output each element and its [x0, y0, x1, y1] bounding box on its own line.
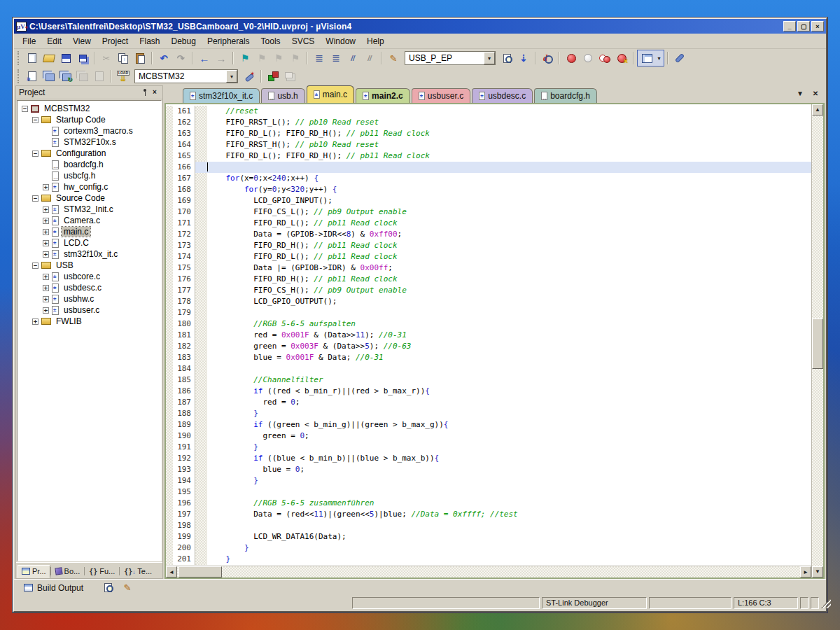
menu-view[interactable]: View [67, 34, 97, 48]
tree-item-usbcore-c[interactable]: +usbcore.c [19, 271, 161, 282]
minimize-button[interactable]: _ [783, 21, 796, 31]
code-line-body[interactable]: LCD_GPIO_OUTPUT(); [207, 296, 811, 307]
expand-icon[interactable]: + [43, 206, 49, 213]
paste-button[interactable] [132, 50, 148, 66]
menu-project[interactable]: Project [97, 34, 134, 48]
tree-item-usbuser-c[interactable]: +usbuser.c [19, 304, 161, 316]
code-line-body[interactable]: FIFO_CS_H(); // pb9 Output enable [207, 285, 811, 296]
code-line-body[interactable]: //RGB 5-6-5 aufspalten [207, 318, 811, 330]
code-line-body[interactable]: Data |= (GPIOB->IDR) & 0x00ff; [207, 262, 811, 274]
scroll-up-icon[interactable]: ▲ [812, 104, 823, 115]
menu-file[interactable]: File [17, 34, 41, 48]
editor-tab-main-c[interactable]: main.c [307, 85, 354, 103]
expand-icon[interactable]: + [32, 318, 38, 325]
close-panel-button[interactable]: × [150, 88, 160, 97]
find-combo-dropdown-icon[interactable]: ▾ [484, 52, 495, 64]
vertical-scroll-track[interactable] [812, 115, 823, 566]
expand-icon[interactable]: + [43, 307, 49, 314]
tree-item-stm32f10x-it-c[interactable]: +stm32f10x_it.c [19, 248, 161, 260]
code-line-body[interactable]: for(y=0;y<320;y++) { [207, 184, 811, 195]
tree-item-usb[interactable]: −USB [19, 260, 161, 271]
code-line-body[interactable]: FIFO_RRST_L(); // pb10 Read reset [207, 117, 811, 128]
undo-button[interactable] [155, 50, 172, 66]
code-line-body[interactable]: FIFO_RD_L(); FIFO_RD_H(); // pb11 Read c… [207, 150, 811, 162]
find-combo[interactable]: USB_P_EP▾ [405, 51, 496, 65]
editor-tab-stm32f10x-it-c[interactable]: stm32f10x_it.c [183, 88, 260, 103]
indent-left-button[interactable] [311, 50, 328, 66]
pin-icon[interactable] [140, 88, 150, 97]
menu-peripherals[interactable]: Peripherals [202, 34, 255, 48]
code-line-body[interactable]: blue = 0x001F & Data; //0-31 [207, 352, 811, 363]
vertical-scrollbar[interactable]: ▲ ▼ [811, 104, 823, 578]
code-line-body[interactable]: FIFO_RD_L(); FIFO_RD_H(); // pb11 Read c… [207, 128, 811, 139]
code-line-body[interactable]: for(x=0;x<240;x++) { [207, 173, 811, 184]
vertical-scroll-thumb[interactable] [812, 318, 823, 369]
maximize-button[interactable]: ▢ [797, 21, 810, 31]
menu-help[interactable]: Help [361, 34, 390, 48]
navigate-back-button[interactable] [196, 50, 213, 66]
insert-remove-breakpoint-button[interactable] [563, 50, 580, 66]
code-line-body[interactable]: LCD_WR_DATA16(Data); [207, 531, 811, 542]
toolbar-grip[interactable] [18, 51, 22, 65]
horizontal-scroll-track[interactable] [177, 566, 800, 578]
tree-item-main-c[interactable]: +main.c [19, 226, 161, 237]
collapse-icon[interactable]: − [32, 195, 38, 202]
editor-tab-usb-h[interactable]: usb.h [261, 88, 304, 103]
editor-tab-boardcfg-h[interactable]: boardcfg.h [534, 88, 597, 103]
scroll-down-icon[interactable]: ▼ [812, 566, 823, 578]
incremental-find-button[interactable] [515, 50, 532, 66]
code-line-body[interactable]: FIFO_RRST_H(); // pb10 Read reset [207, 139, 811, 150]
code-line-body[interactable]: if ((red < b_min_r)||(red > b_max_r)){ [207, 386, 811, 397]
code-line-body[interactable]: Data = (red<<11)|(green<<5)|blue; //Data… [207, 509, 811, 520]
menu-flash[interactable]: Flash [134, 34, 165, 48]
start-stop-debug-session-button[interactable] [539, 50, 556, 66]
tree-item-lcd-c[interactable]: +LCD.C [19, 237, 161, 248]
menu-tools[interactable]: Tools [255, 34, 286, 48]
collapse-icon[interactable]: − [22, 106, 28, 112]
window-layout-button[interactable] [638, 50, 655, 66]
panel-tab-fu[interactable]: Fu... [85, 565, 119, 578]
tree-item-startup-code[interactable]: −Startup Code [19, 114, 161, 125]
copy-button[interactable] [115, 50, 132, 66]
tree-item-source-code[interactable]: −Source Code [19, 192, 161, 204]
rebuild-all-target-files-button[interactable] [57, 69, 74, 84]
enable-disable-breakpoint-button[interactable] [580, 50, 596, 66]
tree-item-configuration[interactable]: −Configuration [19, 148, 161, 159]
scroll-left-icon[interactable]: ◄ [166, 566, 177, 578]
select-target-combo[interactable]: MCBSTM32▾ [134, 69, 238, 83]
window-layout-caret-icon[interactable]: ▾ [655, 50, 663, 66]
tree-item-camera-c[interactable]: +Camera.c [19, 215, 161, 226]
code-line-body[interactable]: //reset [207, 106, 811, 117]
code-line-body[interactable]: } [207, 442, 811, 453]
build-target-button[interactable] [41, 69, 57, 84]
code-line-body[interactable]: FIFO_RD_H(); // pb11 Read clock [207, 240, 811, 251]
code-line-body[interactable] [207, 307, 811, 318]
code-line-body[interactable]: FIFO_RD_H(); // pb11 Read clock [207, 274, 811, 285]
project-tree[interactable]: −MCBSTM32−Startup Codecortexm3_macro.sST… [17, 100, 162, 561]
code-line-body[interactable]: //Channelfilter [207, 374, 811, 386]
configure-tools-button[interactable] [671, 50, 688, 66]
tab-list-dropdown-icon[interactable]: ▼ [795, 89, 805, 99]
save-button[interactable] [57, 50, 74, 66]
scroll-right-icon[interactable]: ► [800, 566, 811, 578]
expand-icon[interactable]: + [43, 274, 49, 280]
expand-icon[interactable]: + [43, 218, 49, 224]
code-line-body[interactable]: } [207, 542, 811, 554]
uncomment-selection-button[interactable] [361, 50, 378, 66]
manage-components-button[interactable] [265, 69, 281, 84]
panel-tab-pr[interactable]: Pr... [18, 565, 50, 578]
code-line-body[interactable] [207, 520, 811, 531]
close-file-icon[interactable]: ✕ [811, 89, 820, 99]
code-line-body[interactable]: Data = (GPIOB->IDR<<8) & 0xff00; [207, 229, 811, 240]
tree-item-usbcfg-h[interactable]: usbcfg.h [19, 170, 161, 181]
translate-file-button[interactable] [24, 69, 41, 84]
code-line-body[interactable]: red = 0x001F & (Data>>11); //0-31 [207, 330, 811, 341]
code-line-body[interactable]: green = 0; [207, 430, 811, 442]
target-options-button[interactable] [241, 69, 258, 84]
expand-icon[interactable]: + [43, 184, 49, 190]
tree-item-cortexm3-macro-s[interactable]: cortexm3_macro.s [19, 125, 161, 136]
comment-selection-button[interactable] [344, 50, 361, 66]
disable-all-breakpoints-button[interactable] [596, 50, 613, 66]
close-button[interactable]: × [811, 21, 824, 31]
expand-icon[interactable]: + [43, 296, 49, 302]
